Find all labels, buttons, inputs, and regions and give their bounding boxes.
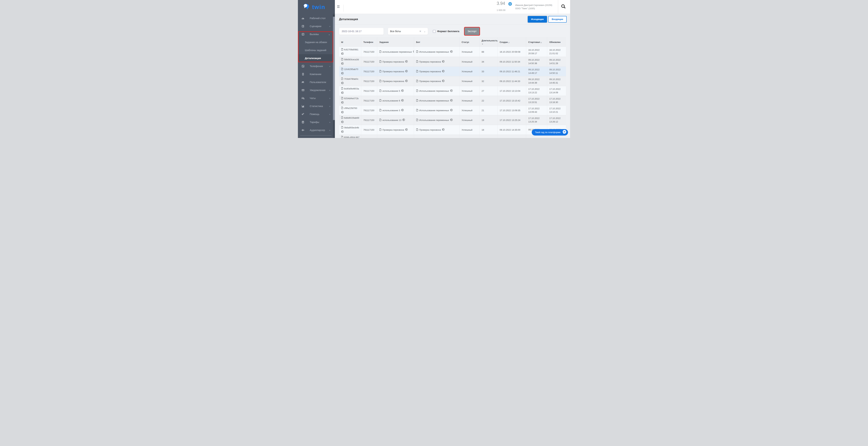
sidebar-item-desktop[interactable]: Рабочий стол (298, 14, 333, 22)
eye-icon[interactable] (341, 82, 344, 85)
sidebar-item-tariffs[interactable]: Тарифы › (298, 118, 333, 126)
copy-icon[interactable] (341, 126, 343, 129)
bot-select[interactable]: Все боты ✕ ⌄ (388, 28, 428, 35)
table-row[interactable]: 58b583ceca3d 791117150 Проверка перезвон… (339, 57, 566, 66)
eye-icon[interactable] (341, 52, 344, 55)
copy-icon[interactable] (416, 99, 418, 102)
col-duration[interactable]: Длительность ⌄ (479, 37, 498, 47)
sidebar-item-audioparser[interactable]: Аудиопарсер › (298, 126, 333, 134)
eye-icon[interactable] (341, 130, 344, 133)
eye-icon[interactable] (405, 80, 408, 83)
eye-icon[interactable] (450, 99, 453, 102)
sidebar-item-scenarios[interactable]: Сценарии › (298, 22, 333, 30)
user-info[interactable]: Иванов Дмитрий Сергеевич (t3159) ООО "Тв… (515, 3, 552, 10)
copy-icon[interactable] (416, 70, 418, 73)
sidebar-item-task-templates[interactable]: Шаблоны заданий (298, 46, 333, 54)
copy-icon[interactable] (379, 89, 381, 92)
balance-chevron-icon[interactable] (508, 2, 512, 6)
eye-icon[interactable] (401, 99, 404, 102)
sidebar-item-statistics[interactable]: Статистика › (298, 102, 333, 110)
eye-icon[interactable] (405, 128, 408, 131)
copy-icon[interactable] (341, 68, 343, 71)
sidebar-scrollbar[interactable]: ⌃ (333, 14, 335, 138)
sidebar-item-notifications[interactable]: Уведомления › (298, 86, 333, 94)
table-row[interactable]: 11fc6295ab70 791117150 Проверка перезвон… (339, 66, 566, 76)
copy-icon[interactable] (341, 97, 343, 100)
eye-icon[interactable] (442, 80, 444, 83)
eye-icon[interactable] (442, 128, 444, 131)
sort-icon[interactable]: ↓↑ (540, 41, 541, 43)
sidebar-item-users[interactable]: Пользователи (298, 78, 333, 86)
export-button[interactable]: Экспорт (465, 27, 479, 35)
table-row[interactable]: 6d8d6029ab69 791117150 использование 13 … (339, 115, 566, 125)
logo[interactable]: twin (298, 0, 333, 14)
sort-desc-icon[interactable]: ⌄ (482, 42, 495, 45)
copy-icon[interactable] (341, 58, 343, 61)
table-row[interactable]: 8c80d0b4603a 791117150 использование 5 И… (339, 86, 566, 95)
table-row[interactable]: fc92709d0981 791117150 использование пер… (339, 47, 566, 57)
copy-icon[interactable] (416, 50, 418, 53)
billing-format-checkbox-wrap[interactable]: Формат биллинга (433, 30, 459, 33)
tab-incoming[interactable]: Входящие (548, 16, 567, 23)
billing-format-checkbox[interactable] (433, 30, 436, 33)
eye-icon[interactable] (442, 60, 444, 63)
copy-icon[interactable] (416, 109, 418, 112)
tab-outgoing[interactable]: Исходящие (528, 16, 547, 23)
eye-icon[interactable] (450, 118, 453, 122)
eye-icon[interactable] (341, 91, 344, 94)
table-row[interactable]: 703d478fab0c 791117150 Проверка перезвон… (339, 76, 566, 86)
copy-icon[interactable] (416, 119, 418, 122)
eye-icon[interactable] (341, 62, 344, 65)
copy-icon[interactable] (379, 99, 381, 102)
sidebar-item-detailing[interactable]: Детализация (298, 54, 333, 62)
sidebar-item-help[interactable]: Помощь › (298, 110, 333, 118)
eye-icon[interactable] (401, 109, 404, 112)
copy-icon[interactable] (416, 89, 418, 92)
copy-icon[interactable] (341, 107, 343, 110)
clear-icon[interactable]: ✕ (419, 30, 421, 33)
copy-icon[interactable] (379, 109, 381, 112)
eye-icon[interactable] (341, 111, 344, 114)
table-row[interactable]: 9254bf4e072b 791117150 использование 6 И… (339, 95, 566, 105)
eye-icon[interactable] (401, 89, 404, 92)
sidebar-item-calls[interactable]: Вызовы ⌄ (298, 30, 333, 38)
eye-icon[interactable] (341, 121, 344, 124)
col-created[interactable]: Создан↓↑ (498, 37, 526, 47)
copy-icon[interactable] (341, 48, 343, 51)
copy-icon[interactable] (341, 87, 343, 90)
table-row[interactable]: 6086-d904-967 79111715048 использование … (339, 135, 566, 138)
eye-icon[interactable] (450, 109, 453, 112)
platform-guide-chat-button[interactable]: Твой гид по платформе (532, 129, 568, 136)
copy-icon[interactable] (341, 116, 343, 119)
col-started[interactable]: Стартовал↓↑ (526, 37, 547, 47)
copy-icon[interactable] (379, 60, 381, 63)
copy-icon[interactable] (416, 128, 418, 131)
eye-icon[interactable] (442, 70, 444, 73)
eye-icon[interactable] (450, 50, 453, 53)
eye-icon[interactable] (341, 72, 344, 75)
scrollbar-thumb[interactable] (333, 17, 335, 120)
scrollbar-up-arrow[interactable]: ⌃ (333, 14, 335, 17)
eye-icon[interactable] (402, 118, 405, 122)
copy-icon[interactable] (379, 128, 381, 131)
copy-icon[interactable] (416, 60, 418, 63)
sidebar-item-call-tasks[interactable]: Задания на обзвон (298, 38, 333, 46)
eye-icon[interactable] (450, 89, 453, 92)
sidebar-item-chats[interactable]: Чаты › (298, 94, 333, 102)
sidebar-item-companies[interactable]: Компании (298, 70, 333, 78)
sidebar-item-telephony[interactable]: Телефония › (298, 62, 333, 70)
copy-icon[interactable] (379, 70, 381, 73)
copy-icon[interactable] (341, 78, 343, 81)
copy-icon[interactable] (379, 80, 381, 83)
eye-icon[interactable] (341, 101, 344, 104)
search-icon[interactable] (561, 4, 567, 10)
copy-icon[interactable] (379, 119, 381, 122)
eye-icon[interactable] (405, 70, 408, 73)
copy-icon[interactable] (379, 50, 381, 53)
copy-icon[interactable] (416, 80, 418, 83)
hamburger-menu-icon[interactable] (337, 5, 341, 8)
table-row[interactable]: cf9fa22fd783 791117150 использование 3 И… (339, 105, 566, 115)
eye-icon[interactable] (405, 60, 408, 63)
date-input[interactable] (339, 28, 384, 35)
sort-icon[interactable]: ↓↑ (508, 41, 509, 43)
